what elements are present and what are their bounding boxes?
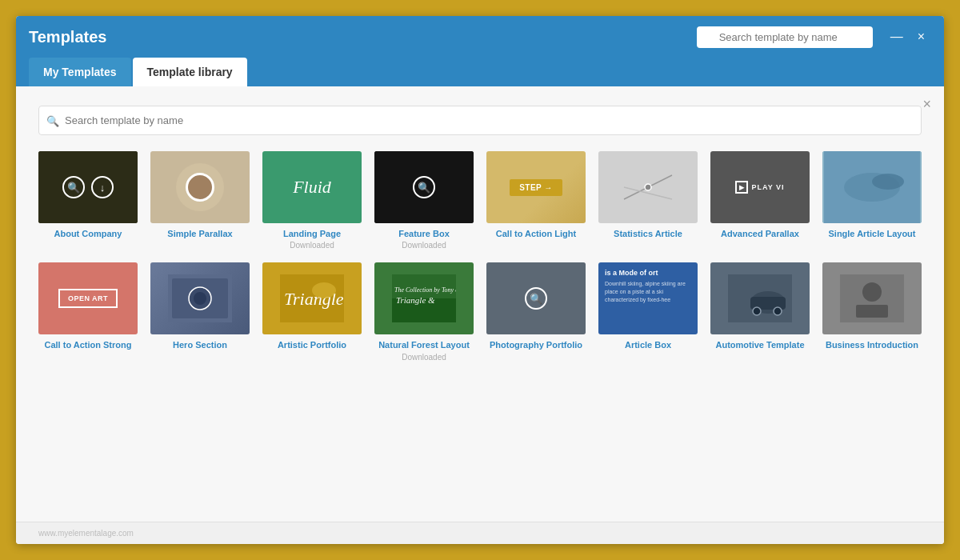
header-bar: Templates 🔍 — × bbox=[16, 16, 944, 58]
thumb-photography-portfolio: 🔍 bbox=[486, 262, 586, 334]
card-natural-forest[interactable]: The Collection by Tony de M Triangle & N… bbox=[374, 262, 474, 361]
card-single-article[interactable]: Single Article Layout bbox=[822, 151, 922, 250]
label-feature-box: Feature Box bbox=[398, 228, 450, 239]
card-automotive-template[interactable]: Automotive Template bbox=[710, 262, 810, 361]
auto-image bbox=[728, 274, 792, 322]
business-image bbox=[840, 274, 904, 322]
templates-window: Templates 🔍 — × My Templates Template li… bbox=[16, 16, 944, 544]
minimize-button[interactable]: — bbox=[884, 26, 910, 47]
search-icon2: 🔍 bbox=[413, 176, 435, 198]
label-single-article: Single Article Layout bbox=[828, 228, 915, 239]
card-landing-page[interactable]: Fluid Landing Page Downloaded bbox=[262, 151, 362, 250]
search-icon: 🔍 bbox=[62, 176, 85, 198]
window-title: Templates bbox=[29, 28, 697, 46]
article-box-text: Downhill skiing, alpine skiing are place… bbox=[605, 280, 691, 303]
fish-image bbox=[824, 151, 920, 223]
template-grid-row1: 🔍 ↓ About Company Si bbox=[38, 151, 922, 250]
play-icon: ▶ bbox=[735, 181, 748, 194]
thumb-advanced-parallax: ▶ PLAY VI bbox=[710, 151, 810, 223]
forest-image: The Collection by Tony de M Triangle & bbox=[392, 274, 456, 322]
thumb-landing-page: Fluid bbox=[262, 151, 362, 223]
label-automotive-template: Automotive Template bbox=[715, 339, 804, 350]
close-button[interactable]: × bbox=[911, 26, 931, 47]
label-hero-section: Hero Section bbox=[173, 339, 227, 350]
card-advanced-parallax[interactable]: ▶ PLAY VI Advanced Parallax bbox=[710, 151, 810, 250]
footer-bar: www.myelementalage.com bbox=[16, 522, 944, 544]
svg-text:Triangle &: Triangle & bbox=[396, 295, 435, 305]
artistic-image: Triangle bbox=[280, 274, 344, 322]
label-statistics-article: Statistics Article bbox=[614, 228, 682, 239]
svg-point-12 bbox=[312, 282, 336, 298]
label-simple-parallax: Simple Parallax bbox=[167, 228, 232, 239]
sub-landing-page: Downloaded bbox=[290, 241, 334, 250]
svg-point-5 bbox=[872, 174, 904, 190]
thumb-hero-section bbox=[150, 262, 250, 334]
svg-rect-24 bbox=[856, 305, 888, 318]
svg-point-9 bbox=[194, 292, 206, 305]
card-about-company[interactable]: 🔍 ↓ About Company bbox=[38, 151, 138, 250]
card-cta-strong[interactable]: OPEN ART Call to Action Strong bbox=[38, 262, 138, 361]
thumb-statistics-article bbox=[598, 151, 698, 223]
label-cta-strong: Call to Action Strong bbox=[45, 339, 132, 350]
thumb-natural-forest: The Collection by Tony de M Triangle & bbox=[374, 262, 474, 334]
thumb-article-box: is a Mode of ort Downhill skiing, alpine… bbox=[598, 262, 698, 334]
label-advanced-parallax: Advanced Parallax bbox=[721, 228, 799, 239]
tab-my-templates[interactable]: My Templates bbox=[29, 58, 131, 86]
open-art-label: OPEN ART bbox=[58, 289, 118, 308]
card-feature-box[interactable]: 🔍 Feature Box Downloaded bbox=[374, 151, 474, 250]
card-artistic-portfolio[interactable]: Triangle Artistic Portfolio bbox=[262, 262, 362, 361]
card-article-box[interactable]: is a Mode of ort Downhill skiing, alpine… bbox=[598, 262, 698, 361]
card-business-introduction[interactable]: Business Introduction bbox=[822, 262, 922, 361]
thumb-cta-strong: OPEN ART bbox=[38, 262, 138, 334]
svg-point-23 bbox=[862, 282, 882, 302]
card-simple-parallax[interactable]: Simple Parallax bbox=[150, 151, 250, 250]
thumb-cta-light: STEP → bbox=[486, 151, 586, 223]
header-search-input[interactable] bbox=[697, 26, 873, 48]
header-search-wrap: 🔍 bbox=[697, 26, 873, 48]
hero-image bbox=[168, 274, 232, 322]
stats-chart bbox=[616, 167, 680, 207]
template-grid-row2: OPEN ART Call to Action Strong bbox=[38, 262, 922, 361]
label-business-introduction: Business Introduction bbox=[826, 339, 918, 350]
card-hero-section[interactable]: Hero Section bbox=[150, 262, 250, 361]
label-about-company: About Company bbox=[54, 228, 122, 239]
thumb-business-introduction bbox=[822, 262, 922, 334]
card-cta-light[interactable]: STEP → Call to Action Light bbox=[486, 151, 586, 250]
thumb-about-company: 🔍 ↓ bbox=[38, 151, 138, 223]
thumb-automotive-template bbox=[710, 262, 810, 334]
row-gap bbox=[38, 250, 922, 262]
sub-feature-box: Downloaded bbox=[402, 241, 446, 250]
content-close-button[interactable]: × bbox=[922, 96, 931, 113]
card-photography-portfolio[interactable]: 🔍 Photography Portfolio bbox=[486, 262, 586, 361]
label-photography-portfolio: Photography Portfolio bbox=[490, 339, 582, 350]
content-area: × 🔍 🔍 ↓ About Company bbox=[16, 86, 944, 522]
tabs-bar: My Templates Template library bbox=[16, 58, 944, 86]
overlay-about-company: 🔍 ↓ bbox=[38, 151, 138, 223]
tab-template-library[interactable]: Template library bbox=[133, 58, 247, 86]
article-box-title: is a Mode of ort bbox=[605, 269, 691, 277]
inner-search-wrap: 🔍 bbox=[38, 106, 922, 135]
download-icon: ↓ bbox=[91, 176, 114, 198]
card-statistics-article[interactable]: Statistics Article bbox=[598, 151, 698, 250]
label-landing-page: Landing Page bbox=[283, 228, 341, 239]
overlay-photography: 🔍 bbox=[486, 262, 586, 334]
label-cta-light: Call to Action Light bbox=[496, 228, 576, 239]
svg-point-2 bbox=[645, 184, 651, 190]
svg-text:The Collection by Tony de M: The Collection by Tony de M bbox=[394, 286, 456, 294]
sub-natural-forest: Downloaded bbox=[402, 353, 446, 362]
label-artistic-portfolio: Artistic Portfolio bbox=[278, 339, 346, 350]
overlay-feature-box: 🔍 bbox=[374, 151, 474, 223]
thumb-artistic-portfolio: Triangle bbox=[262, 262, 362, 334]
thumb-feature-box: 🔍 bbox=[374, 151, 474, 223]
coffee-icon bbox=[176, 163, 224, 211]
label-natural-forest: Natural Forest Layout bbox=[378, 339, 470, 350]
thumb-simple-parallax bbox=[150, 151, 250, 223]
search-icon3: 🔍 bbox=[525, 287, 547, 310]
svg-point-21 bbox=[774, 307, 782, 315]
footer-text: www.myelementalage.com bbox=[38, 529, 134, 538]
inner-search-input[interactable] bbox=[38, 106, 922, 135]
play-label: PLAY VI bbox=[751, 183, 784, 191]
svg-point-20 bbox=[753, 307, 761, 315]
label-article-box: Article Box bbox=[625, 339, 671, 350]
cta-step-label: STEP → bbox=[510, 179, 562, 196]
